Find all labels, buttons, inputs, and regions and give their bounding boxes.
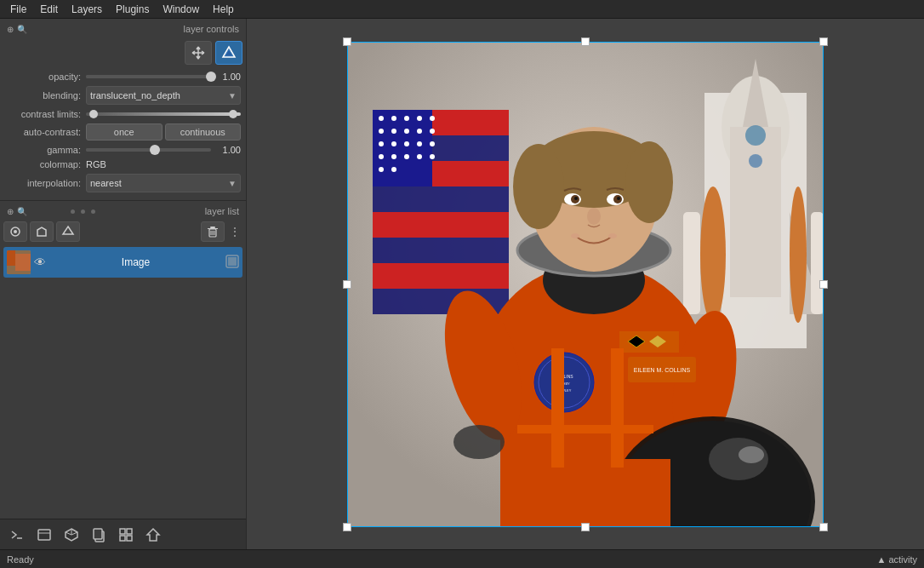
layer-controls-title: layer controls xyxy=(31,24,239,34)
layer-visibility-btn[interactable]: 👁 xyxy=(34,255,46,269)
auto-contrast-row: auto-contrast: once continuous xyxy=(3,123,242,141)
menubar: File Edit Layers Plugins Window Help xyxy=(0,0,924,19)
new-window-btn[interactable] xyxy=(32,523,56,547)
svg-point-40 xyxy=(404,116,409,121)
layer-thumbnail xyxy=(7,250,31,274)
svg-point-51 xyxy=(417,141,422,146)
interpolation-label: interpolation: xyxy=(5,178,86,188)
contrast-slider[interactable] xyxy=(86,112,241,116)
menu-file[interactable]: File xyxy=(3,2,33,17)
handle-middle-left[interactable] xyxy=(343,280,351,289)
auto-contrast-once-btn[interactable]: once xyxy=(86,123,163,141)
layer-item[interactable]: 👁 Image xyxy=(3,247,242,278)
gamma-slider[interactable] xyxy=(86,148,211,152)
colormap-value: RGB xyxy=(86,159,106,169)
console-btn[interactable] xyxy=(5,523,29,547)
list-tool-move-btn[interactable] xyxy=(30,221,54,242)
layer-list-search-icon[interactable]: 🔍 xyxy=(17,207,27,216)
svg-marker-29 xyxy=(147,529,159,541)
main-image: COLLINS ASHBY HAWLEY EILEEN M. COLLINS xyxy=(347,42,824,527)
svg-point-45 xyxy=(404,129,409,134)
menu-edit[interactable]: Edit xyxy=(33,2,65,17)
auto-contrast-continuous-btn[interactable]: continuous xyxy=(165,123,242,141)
contrast-limits-label: contrast limits: xyxy=(5,109,86,119)
svg-point-99 xyxy=(571,233,579,238)
svg-rect-24 xyxy=(94,529,102,539)
svg-rect-15 xyxy=(228,257,237,266)
menu-help[interactable]: Help xyxy=(206,2,241,17)
layer-controls-header: ⊕ 🔍 layer controls xyxy=(3,22,242,36)
svg-rect-17 xyxy=(38,530,50,540)
svg-point-69 xyxy=(790,186,807,323)
colormap-row: colormap: RGB xyxy=(3,159,242,169)
blending-row: blending: translucent_no_depth ▼ xyxy=(3,86,242,105)
section-collapse-icon[interactable]: 🔍 xyxy=(17,25,27,34)
svg-rect-108 xyxy=(611,348,624,468)
home-btn[interactable] xyxy=(141,523,165,547)
image-container: COLLINS ASHBY HAWLEY EILEEN M. COLLINS xyxy=(347,42,824,527)
interpolation-select[interactable]: nearest ▼ xyxy=(86,174,241,192)
move-tool-btn[interactable] xyxy=(185,41,212,65)
menu-window[interactable]: Window xyxy=(156,2,206,17)
handle-bottom-center[interactable] xyxy=(581,523,590,531)
svg-point-104 xyxy=(739,446,764,463)
layer-list-title: layer list xyxy=(135,206,240,216)
handle-top-right[interactable] xyxy=(819,37,828,46)
svg-rect-13 xyxy=(15,254,31,271)
layer-options-btn[interactable]: ⋮ xyxy=(227,225,242,238)
grid-btn[interactable] xyxy=(114,523,138,547)
svg-rect-107 xyxy=(551,348,564,468)
list-tool-shape-btn[interactable] xyxy=(56,221,80,242)
handle-bottom-left[interactable] xyxy=(343,523,351,531)
svg-point-47 xyxy=(430,129,435,134)
svg-point-48 xyxy=(379,141,384,146)
svg-rect-71 xyxy=(811,212,824,314)
svg-point-42 xyxy=(430,116,435,121)
contrast-thumb-left[interactable] xyxy=(89,110,98,118)
svg-line-21 xyxy=(71,532,77,535)
blending-select[interactable]: translucent_no_depth ▼ xyxy=(86,86,241,105)
transform-tool-btn[interactable] xyxy=(215,41,242,65)
opacity-label: opacity: xyxy=(5,72,86,82)
layer-list-expand-icon[interactable]: ⊕ xyxy=(7,207,14,216)
blending-label: blending: xyxy=(5,90,86,100)
status-bar: Ready ▲ activity xyxy=(0,549,924,568)
layer-type-icon xyxy=(225,255,239,271)
bottom-toolbar xyxy=(0,519,246,549)
cube-btn[interactable] xyxy=(60,523,83,547)
canvas-area[interactable]: COLLINS ASHBY HAWLEY EILEEN M. COLLINS xyxy=(247,19,924,549)
svg-point-54 xyxy=(391,154,396,159)
opacity-slider[interactable] xyxy=(86,75,211,78)
delete-layer-btn[interactable] xyxy=(201,221,225,242)
auto-contrast-buttons: once continuous xyxy=(86,123,241,141)
activity-button[interactable]: ▲ activity xyxy=(876,554,917,565)
svg-rect-70 xyxy=(683,212,700,314)
svg-point-67 xyxy=(749,154,762,168)
menu-plugins[interactable]: Plugins xyxy=(109,2,156,17)
svg-point-57 xyxy=(430,154,435,159)
svg-rect-36 xyxy=(373,263,509,289)
handle-top-left[interactable] xyxy=(343,37,351,46)
handle-top-center[interactable] xyxy=(581,37,590,46)
layer-list-section: ⊕ 🔍 layer list xyxy=(0,201,246,519)
svg-rect-27 xyxy=(120,536,125,541)
svg-point-41 xyxy=(417,116,422,121)
list-tool-select-btn[interactable] xyxy=(3,221,27,242)
handle-bottom-right[interactable] xyxy=(819,523,828,531)
main-layout: ⊕ 🔍 layer controls xyxy=(0,19,924,549)
section-expand-icon[interactable]: ⊕ xyxy=(7,25,14,34)
svg-point-59 xyxy=(391,167,396,172)
menu-layers[interactable]: Layers xyxy=(65,2,109,17)
handle-middle-right[interactable] xyxy=(819,280,828,289)
svg-point-58 xyxy=(379,167,384,172)
svg-point-53 xyxy=(379,154,384,159)
interpolation-value: nearest xyxy=(90,178,122,188)
copy-btn[interactable] xyxy=(87,523,111,547)
svg-point-44 xyxy=(391,129,396,134)
svg-point-98 xyxy=(587,208,601,225)
contrast-thumb-right[interactable] xyxy=(229,110,237,118)
svg-point-43 xyxy=(379,129,384,134)
svg-rect-106 xyxy=(602,459,670,527)
opacity-row: opacity: 1.00 xyxy=(3,72,242,82)
svg-point-52 xyxy=(430,141,435,146)
